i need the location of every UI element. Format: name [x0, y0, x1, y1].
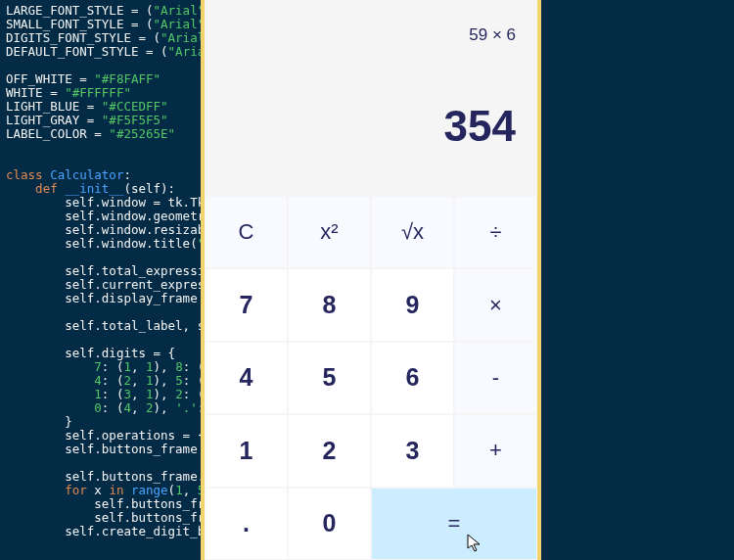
minus-button[interactable]: -: [454, 342, 537, 414]
digit-0-button[interactable]: 0: [288, 488, 371, 560]
digit-9-button[interactable]: 9: [371, 268, 454, 341]
digit-2-button[interactable]: 2: [288, 414, 371, 487]
digit-7-button[interactable]: 7: [205, 268, 288, 341]
equals-button[interactable]: =: [371, 488, 537, 560]
divide-button[interactable]: ÷: [454, 196, 537, 268]
current-expression: 354: [444, 102, 516, 151]
clear-button[interactable]: C: [205, 196, 288, 268]
sqrt-button[interactable]: √x: [371, 196, 454, 268]
digit-5-button[interactable]: 5: [288, 342, 371, 414]
multiply-button[interactable]: ×: [454, 268, 537, 341]
calculator-buttons: C x² √x ÷ 7 8 9 × 4 5 6 - 1 2 3 + . 0 =: [205, 196, 537, 560]
total-expression: 59 × 6: [469, 25, 516, 45]
digit-3-button[interactable]: 3: [371, 414, 454, 487]
square-button[interactable]: x²: [288, 196, 371, 268]
digit-6-button[interactable]: 6: [371, 342, 454, 414]
calculator-window: 59 × 6 354 C x² √x ÷ 7 8 9 × 4 5 6 - 1 2…: [201, 0, 541, 560]
digit-4-button[interactable]: 4: [205, 342, 288, 414]
calculator-display: 59 × 6 354: [205, 0, 537, 196]
plus-button[interactable]: +: [454, 414, 537, 487]
dot-button[interactable]: .: [205, 488, 288, 560]
digit-1-button[interactable]: 1: [205, 414, 288, 487]
digit-8-button[interactable]: 8: [288, 268, 371, 341]
